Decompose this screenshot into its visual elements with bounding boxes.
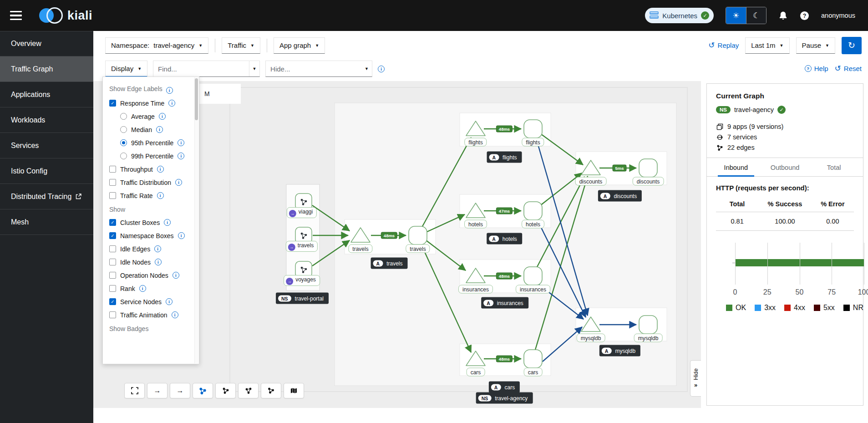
app-node-hotels[interactable] [524, 202, 542, 220]
cluster-badge[interactable]: Kubernetes ✓ [645, 8, 714, 23]
minimap-toggle-button[interactable] [284, 383, 304, 398]
app-node-mysqldb[interactable] [639, 316, 657, 334]
sidebar-item-istio-config[interactable]: Istio Config [0, 158, 93, 184]
interval-select[interactable]: Last 1m ▼ [745, 37, 789, 54]
app-node-cars[interactable] [524, 350, 542, 368]
tab-outbound[interactable]: Outbound [761, 158, 810, 176]
radio-icon[interactable] [120, 153, 127, 159]
checkbox-icon[interactable] [109, 272, 116, 279]
refresh-mode-select[interactable]: Pause ▼ [796, 37, 835, 54]
sidebar-item-applications[interactable]: Applications [0, 82, 93, 107]
graph-reset-button[interactable]: ↺ Reset [835, 64, 862, 73]
checkbox-checked-icon[interactable]: ✓ [109, 232, 116, 239]
display-option-idle-edges[interactable]: Idle Edgesi [103, 242, 199, 255]
info-icon[interactable]: i [173, 272, 179, 279]
info-icon[interactable]: i [172, 311, 178, 318]
info-icon[interactable]: i [168, 100, 175, 107]
info-icon[interactable]: i [159, 113, 166, 120]
tab-total[interactable]: Total [809, 158, 858, 176]
display-option-traffic-rate[interactable]: Traffic Ratei [103, 189, 199, 202]
checkbox-checked-icon[interactable]: ✓ [109, 298, 116, 305]
zoom-to-fit-button[interactable]: → [147, 383, 168, 398]
app-node-flights[interactable] [524, 120, 542, 138]
info-icon[interactable]: i [178, 232, 185, 239]
info-icon[interactable]: i [154, 245, 161, 252]
help-icon[interactable]: ? [800, 11, 809, 20]
namespace-select[interactable]: Namespace: travel-agency ▼ [105, 37, 208, 54]
display-option-cluster-boxes[interactable]: ✓Cluster Boxesi [103, 216, 199, 229]
layout-concentric-button[interactable] [238, 383, 259, 398]
display-option-95th-percentile[interactable]: 95th Percentilei [103, 136, 199, 149]
notifications-bell-icon[interactable] [778, 11, 788, 20]
radio-icon[interactable] [120, 113, 127, 120]
display-option-throughput[interactable]: Throughputi [103, 163, 199, 176]
graph-type-select[interactable]: App graph ▼ [274, 37, 325, 54]
app-node-discounts[interactable] [639, 159, 657, 177]
checkbox-icon[interactable] [109, 179, 116, 186]
find-input[interactable] [153, 61, 249, 76]
info-icon[interactable]: i [155, 259, 162, 265]
sidebar-item-traffic-graph[interactable]: Traffic Graph [0, 56, 93, 82]
checkbox-icon[interactable] [109, 245, 116, 252]
hide-options-caret[interactable]: ▼ [361, 61, 372, 76]
sidebar-item-distributed-tracing[interactable]: Distributed Tracing [0, 184, 93, 209]
checkbox-icon[interactable] [109, 192, 116, 199]
info-icon[interactable]: i [164, 219, 171, 226]
info-icon[interactable]: i [166, 298, 173, 305]
focus-selected-button[interactable]: → [170, 383, 190, 398]
radio-selected-icon[interactable] [120, 139, 127, 146]
username[interactable]: anonymous [821, 12, 855, 19]
hide-input[interactable] [266, 61, 361, 76]
info-icon[interactable]: i [178, 139, 184, 146]
info-icon[interactable]: i [157, 192, 164, 199]
fullscreen-button[interactable] [124, 383, 145, 398]
summary-namespace[interactable]: travel-agency [734, 106, 774, 113]
info-icon[interactable]: i [139, 285, 146, 292]
info-icon[interactable]: i [175, 179, 182, 186]
app-node-insurances[interactable] [524, 267, 542, 285]
sidebar-item-services[interactable]: Services [0, 133, 93, 158]
layout-dagre-button[interactable] [193, 383, 213, 398]
display-option-service-nodes[interactable]: ✓Service Nodesi [103, 295, 199, 308]
sidebar-item-workloads[interactable]: Workloads [0, 107, 93, 133]
refresh-button[interactable]: ↻ [842, 37, 862, 54]
find-hide-info-icon[interactable]: i [378, 66, 385, 72]
graph-help-button[interactable]: ? Help [805, 65, 828, 72]
checkbox-icon[interactable] [109, 285, 116, 292]
info-icon[interactable]: i [178, 153, 184, 159]
layout-grid-button[interactable] [215, 383, 236, 398]
info-icon[interactable]: i [157, 166, 164, 173]
checkbox-checked-icon[interactable]: ✓ [109, 100, 116, 107]
checkbox-icon[interactable] [109, 259, 116, 265]
checkbox-icon[interactable] [109, 311, 116, 318]
sidebar-item-mesh[interactable]: Mesh [0, 209, 93, 235]
display-option-idle-nodes[interactable]: Idle Nodesi [103, 255, 199, 269]
replay-button[interactable]: ↺ Replay [708, 41, 739, 50]
tab-inbound[interactable]: Inbound [711, 158, 761, 176]
menu-toggle-icon[interactable] [10, 11, 22, 20]
brand[interactable]: kiali [39, 7, 92, 24]
display-option-rank[interactable]: Ranki [103, 282, 199, 295]
traffic-select[interactable]: Traffic ▼ [222, 37, 260, 54]
hide-panel-tab[interactable]: Hide » [690, 360, 701, 397]
checkbox-checked-icon[interactable]: ✓ [109, 219, 116, 226]
app-node-travels[interactable] [409, 226, 427, 245]
display-menu-button[interactable]: Display ▼ [105, 61, 147, 77]
checkbox-icon[interactable] [109, 166, 116, 173]
dark-theme-button[interactable]: ☾ [746, 7, 766, 24]
layout-breadthfirst-button[interactable] [261, 383, 281, 398]
info-icon[interactable]: i [156, 126, 163, 133]
display-option-operation-nodes[interactable]: Operation Nodesi [103, 269, 199, 282]
display-option-response-time[interactable]: ✓Response Timei [103, 97, 199, 110]
display-option-average[interactable]: Averagei [103, 110, 199, 123]
light-theme-button[interactable]: ☀ [726, 7, 746, 24]
info-icon[interactable]: i [166, 87, 173, 94]
radio-icon[interactable] [120, 126, 127, 133]
display-option-traffic-animation[interactable]: Traffic Animationi [103, 308, 199, 321]
display-option-namespace-boxes[interactable]: ✓Namespace Boxesi [103, 229, 199, 242]
sidebar-item-overview[interactable]: Overview [0, 31, 93, 56]
display-option-traffic-distribution[interactable]: Traffic Distributioni [103, 176, 199, 189]
display-menu-scrollbar[interactable] [194, 77, 198, 363]
display-option-99th-percentile[interactable]: 99th Percentilei [103, 149, 199, 163]
find-options-caret[interactable]: ▼ [249, 61, 259, 76]
